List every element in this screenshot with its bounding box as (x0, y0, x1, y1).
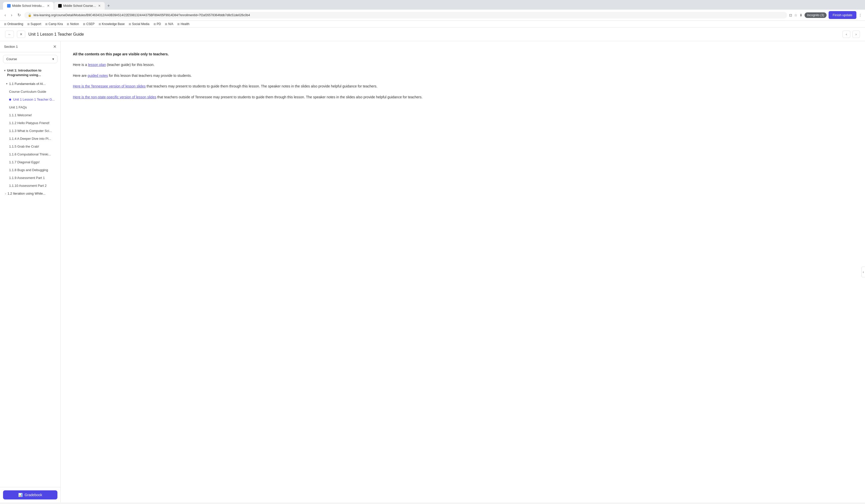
refresh-button[interactable]: ↻ (16, 12, 22, 18)
guided-notes-link[interactable]: guided notes (88, 73, 108, 78)
chevron-down-icon: ▾ (53, 57, 54, 61)
page-title: Unit 1 Lesson 1 Teacher Guide (28, 32, 84, 37)
screen-cast-icon[interactable]: ⊡ (789, 13, 792, 17)
nav-item-1-1-8[interactable]: 1.1.8 Bugs and Debugging (0, 166, 60, 174)
bookmark-label-pd: PD (157, 22, 161, 26)
new-tab-button[interactable]: + (105, 2, 112, 10)
bookmark-camp-kira[interactable]: ⊞ Camp Kira (45, 22, 63, 26)
bookmark-icon-knowledge-base: ⊞ (99, 23, 101, 26)
tab-2[interactable]: Middle School Course Curric... ✕ (54, 2, 105, 10)
nav-item-faqs[interactable]: Unit 1 FAQs (0, 103, 60, 111)
download-icon[interactable]: ⬇ (799, 13, 803, 17)
tab-1-label: Middle School Introduction t... (12, 4, 46, 8)
nav-item-teacher-guide[interactable]: Unit 1 Lesson 1 Teacher G... (0, 95, 60, 103)
paragraph-1-prefix: Here is a (73, 63, 88, 67)
main-layout: Section 1 ✕ Course ▾ ▾ Unit 1: Introduct… (0, 41, 865, 503)
gradebook-button[interactable]: 📊 Gradebook (3, 490, 57, 500)
forward-button[interactable]: › (9, 12, 14, 18)
bookmark-health[interactable]: ⊞ Health (177, 22, 189, 26)
nav-item-1-1-4[interactable]: 1.1.4 A Deeper Dive into Pl... (0, 135, 60, 143)
tab-1-close[interactable]: ✕ (47, 4, 49, 8)
nav-item-1-1-10-label: 1.1.10 Assessment Part 2 (9, 184, 47, 188)
nav-item-1-1-5[interactable]: 1.1.5 Grab the Crab! (0, 143, 60, 150)
sidebar-nav: ▾ Unit 1: Introduction to Programming us… (0, 66, 60, 487)
url-bar[interactable]: 🔒 kira-learning.org/courseDetail/Modules… (24, 12, 787, 19)
gradebook-label: Gradebook (24, 493, 42, 497)
nav-item-curriculum[interactable]: Course Curriculum Guide (0, 88, 60, 95)
bookmark-label-social-media: Social Media (132, 22, 149, 26)
tab-2-close[interactable]: ✕ (98, 4, 101, 8)
finish-update-button[interactable]: Finish update (829, 11, 856, 19)
back-nav-button[interactable]: ← (5, 31, 14, 38)
lock-icon: 🔒 (28, 13, 32, 17)
bookmark-label-na: N/A (168, 22, 173, 26)
nav-item-1-1-3-label: 1.1.3 What is Computer Sci... (9, 129, 52, 133)
bookmark-label-csep: CSEP (86, 22, 95, 26)
nav-item-1-1-3[interactable]: 1.1.3 What is Computer Sci... (0, 127, 60, 135)
nav-item-1-1-5-label: 1.1.5 Grab the Crab! (9, 144, 39, 148)
paragraph-4: Here is the non-state-specific version o… (73, 94, 853, 100)
tab-2-favicon (58, 4, 62, 8)
nav-item-1-1-4-label: 1.1.4 A Deeper Dive into Pl... (9, 137, 51, 141)
bookmark-pd[interactable]: ⊞ PD (153, 22, 161, 26)
bookmark-onboarding[interactable]: ⊞ Onboarding (4, 22, 23, 26)
subunit-1-1-header[interactable]: ▾ 1.1 Fundamentals of AI... (0, 80, 60, 88)
paragraph-3-suffix: that teachers may present to students to… (146, 84, 378, 88)
nav-item-1-1-6[interactable]: 1.1.6 Computational Thinki... (0, 150, 60, 158)
bookmark-label-notion: Notion (70, 22, 79, 26)
close-nav-button[interactable]: ✕ (17, 31, 25, 38)
collapse-sidebar-tab[interactable]: ‹ (862, 267, 865, 277)
paragraph-2-prefix: Here are (73, 73, 88, 78)
more-menu-icon[interactable]: ⋮ (858, 13, 862, 17)
bookmarks-bar: ⊞ Onboarding ⊞ Support ⊞ Camp Kira ⊞ Not… (0, 21, 865, 27)
address-icons: ⊡ ☆ ⬇ Incognito (3) Finish update ⋮ (789, 11, 862, 19)
top-toolbar: ← ✕ Unit 1 Lesson 1 Teacher Guide ‹ › (0, 27, 865, 41)
tab-1[interactable]: Middle School Introduction t... ✕ (3, 2, 54, 10)
toolbar-right: ‹ › (842, 31, 860, 38)
prev-page-button[interactable]: ‹ (842, 31, 850, 38)
nav-item-1-1-2[interactable]: 1.1.2 Hello Platypus Friend! (0, 119, 60, 127)
subunit-1-1-chevron-icon: ▾ (6, 82, 8, 85)
subunit-1-2-chevron-icon: › (5, 192, 6, 195)
nav-item-1-1-1-label: 1.1.1 Welcome! (9, 113, 32, 117)
sidebar-close-button[interactable]: ✕ (53, 44, 56, 49)
bookmark-label-camp-kira: Camp Kira (48, 22, 63, 26)
nav-item-1-1-10[interactable]: 1.1.10 Assessment Part 2 (0, 182, 60, 190)
nav-item-1-1-6-label: 1.1.6 Computational Thinki... (9, 152, 51, 156)
nav-item-1-1-1[interactable]: 1.1.1 Welcome! (0, 111, 60, 119)
lesson-plan-link[interactable]: lesson plan (88, 63, 106, 67)
subunit-1-1-title: 1.1 Fundamentals of AI... (9, 82, 46, 86)
non-state-slides-link[interactable]: Here is the non-state-specific version o… (73, 95, 156, 99)
bookmark-notion[interactable]: ⊞ Notion (67, 22, 79, 26)
gradebook-icon: 📊 (18, 493, 23, 497)
nav-item-1-1-8-label: 1.1.8 Bugs and Debugging (9, 168, 48, 172)
toolbar-left: ← ✕ Unit 1 Lesson 1 Teacher Guide (5, 31, 84, 38)
tennessee-slides-link[interactable]: Here is the Tennessee version of lesson … (73, 84, 146, 88)
next-page-button[interactable]: › (852, 31, 860, 38)
nav-item-1-1-9-label: 1.1.9 Assessment Part 1 (9, 176, 45, 180)
bookmark-knowledge-base[interactable]: ⊞ Knowledge Base (99, 22, 125, 26)
paragraph-2-suffix: for this lesson that teachers may provid… (108, 73, 192, 78)
bookmark-support[interactable]: ⊞ Support (27, 22, 41, 26)
tab-1-favicon (7, 4, 11, 8)
nav-item-faqs-label: Unit 1 FAQs (9, 105, 27, 109)
back-button[interactable]: ‹ (3, 12, 7, 18)
nav-item-1-1-7[interactable]: 1.1.7 Diagonal Eggs! (0, 158, 60, 166)
unit1-chevron-icon: ▾ (4, 69, 5, 72)
sidebar: Section 1 ✕ Course ▾ ▾ Unit 1: Introduct… (0, 41, 61, 503)
app-content: ← ✕ Unit 1 Lesson 1 Teacher Guide ‹ › Se… (0, 27, 865, 503)
bookmark-csep[interactable]: ⊞ CSEP (83, 22, 95, 26)
bookmark-social-media[interactable]: ⊞ Social Media (129, 22, 149, 26)
bookmark-label-knowledge-base: Knowledge Base (102, 22, 125, 26)
active-indicator (9, 98, 11, 101)
bookmark-na[interactable]: ⊞ N/A (165, 22, 173, 26)
unit1-header[interactable]: ▾ Unit 1: Introduction to Programming us… (0, 66, 60, 80)
paragraph-2: Here are guided notes for this lesson th… (73, 73, 853, 78)
subunit-1-2-header[interactable]: › 1.2 Iteration using While... (0, 190, 60, 197)
course-dropdown[interactable]: Course ▾ (3, 55, 57, 63)
star-icon[interactable]: ☆ (794, 13, 797, 17)
url-text: kira-learning.org/courseDetail/Modules/B… (34, 13, 784, 17)
section-title: Section 1 (4, 45, 18, 48)
nav-item-1-1-9[interactable]: 1.1.9 Assessment Part 1 (0, 174, 60, 182)
bookmark-icon-onboarding: ⊞ (4, 23, 6, 26)
